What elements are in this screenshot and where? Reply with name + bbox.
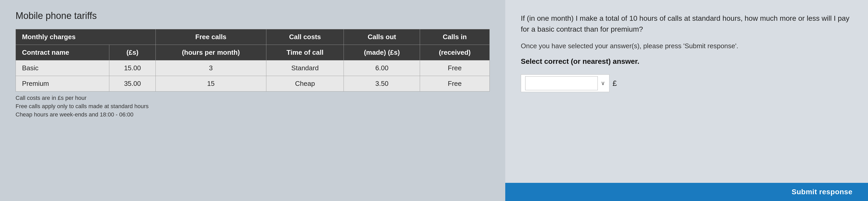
row-premium-made: 3.50	[344, 76, 420, 91]
footnote-3: Cheap hours are week-ends and 18:00 - 06…	[16, 111, 490, 118]
row-premium-received: Free	[420, 76, 490, 91]
th-time-of-call: Time of call	[266, 45, 344, 60]
th-contract-name: Contract name	[16, 45, 109, 60]
table-row: Premium 35.00 15 Cheap 3.50 Free	[16, 76, 490, 91]
answer-row: 10 20 30 40 50 ∨ £	[521, 75, 852, 92]
footnote-1: Call costs are in £s per hour	[16, 95, 490, 102]
row-basic-made: 6.00	[344, 60, 420, 76]
row-premium-time: Cheap	[266, 76, 344, 91]
table-section: Monthly charges Free calls Call costs Ca…	[16, 29, 490, 118]
right-panel: If (in one month) I make a total of 10 h…	[505, 0, 868, 201]
row-basic-contract: Basic	[16, 60, 109, 76]
th-call-costs: Call costs	[266, 29, 344, 45]
instruction-text: Once you have selected your answer(s), p…	[521, 41, 852, 51]
footnotes: Call costs are in £s per hour Free calls…	[16, 95, 490, 118]
th-hours-per-month: (hours per month)	[155, 45, 266, 60]
row-premium-cost: 35.00	[109, 76, 155, 91]
answer-dropdown[interactable]: 10 20 30 40 50	[525, 76, 598, 90]
main-content: Mobile phone tariffs Monthly charges Fre…	[0, 0, 505, 201]
th-cost-es: (£s)	[109, 45, 155, 60]
dropdown-wrapper[interactable]: 10 20 30 40 50 ∨	[521, 75, 610, 92]
row-basic-received: Free	[420, 60, 490, 76]
row-premium-hours: 15	[155, 76, 266, 91]
th-free-calls: Free calls	[155, 29, 266, 45]
th-calls-out: Calls out	[344, 29, 420, 45]
select-label: Select correct (or nearest) answer.	[521, 57, 852, 66]
chevron-down-icon: ∨	[601, 80, 605, 87]
page-title: Mobile phone tariffs	[16, 10, 490, 21]
row-basic-time: Standard	[266, 60, 344, 76]
table-row: Basic 15.00 3 Standard 6.00 Free	[16, 60, 490, 76]
footnote-2: Free calls apply only to calls made at s…	[16, 103, 490, 110]
th-received: (received)	[420, 45, 490, 60]
row-premium-contract: Premium	[16, 76, 109, 91]
pound-symbol: £	[613, 79, 617, 88]
question-text: If (in one month) I make a total of 10 h…	[521, 13, 852, 35]
row-basic-cost: 15.00	[109, 60, 155, 76]
th-calls-in: Calls in	[420, 29, 490, 45]
th-made-es: (made) (£s)	[344, 45, 420, 60]
th-monthly-charges: Monthly charges	[16, 29, 156, 45]
bottom-bar: Submit response	[505, 183, 868, 201]
submit-button[interactable]: Submit response	[792, 188, 852, 196]
row-basic-hours: 3	[155, 60, 266, 76]
tariffs-table: Monthly charges Free calls Call costs Ca…	[16, 29, 490, 91]
